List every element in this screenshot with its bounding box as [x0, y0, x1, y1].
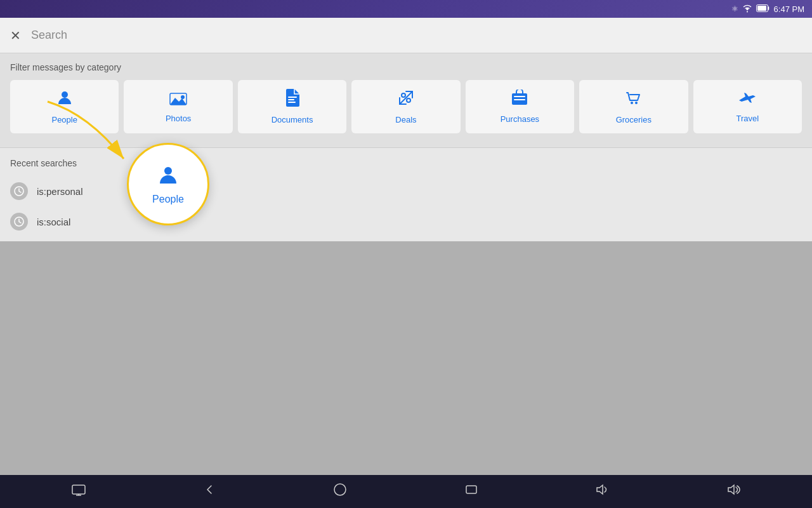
groceries-label: Groceries: [616, 115, 652, 124]
svg-point-6: [181, 95, 185, 99]
close-button[interactable]: ✕: [10, 28, 21, 43]
svg-point-11: [407, 98, 410, 102]
svg-point-10: [402, 93, 405, 97]
category-travel[interactable]: Travel: [693, 80, 802, 133]
svg-point-16: [631, 102, 633, 104]
category-people[interactable]: People: [10, 80, 119, 133]
people-label: People: [51, 115, 77, 124]
svg-point-17: [635, 102, 638, 104]
categories-row: People Photos: [10, 80, 802, 141]
nav-home-icon[interactable]: [333, 483, 347, 500]
people-tooltip-icon: [157, 163, 180, 191]
people-tooltip: People: [127, 143, 209, 225]
status-bar: ⚛ 6:47 PM: [0, 0, 812, 18]
bluetooth-icon: ⚛: [731, 4, 738, 13]
nav-recents-icon[interactable]: [465, 483, 478, 500]
travel-label: Travel: [736, 114, 759, 123]
status-time: 6:47 PM: [774, 4, 804, 14]
documents-icon: [285, 89, 299, 111]
recent-item-personal-text: is:personal: [37, 186, 83, 197]
search-label: Search: [31, 29, 67, 42]
purchases-icon: [511, 90, 528, 110]
clock-icon-social: [10, 213, 28, 231]
documents-label: Documents: [272, 115, 313, 124]
svg-rect-7: [288, 97, 297, 98]
svg-rect-2: [757, 6, 766, 11]
photos-label: Photos: [166, 114, 191, 123]
svg-point-0: [747, 11, 748, 12]
nav-back-icon[interactable]: [203, 483, 216, 500]
filter-label: Filter messages by category: [10, 62, 802, 72]
nav-screen-icon[interactable]: [72, 483, 86, 500]
svg-marker-5: [170, 98, 187, 105]
people-tooltip-label: People: [152, 194, 184, 205]
recent-item-social-text: is:social: [37, 217, 70, 227]
search-bar: ✕ Search: [0, 18, 812, 53]
deals-icon: [397, 89, 415, 111]
svg-point-22: [164, 167, 172, 175]
category-photos[interactable]: Photos: [124, 80, 232, 133]
category-purchases[interactable]: Purchases: [466, 80, 574, 133]
deals-label: Deals: [395, 115, 416, 124]
groceries-icon: [625, 89, 643, 111]
svg-point-24: [334, 484, 346, 495]
clock-icon-personal: [10, 182, 28, 200]
purchases-label: Purchases: [501, 114, 539, 124]
battery-icon: [756, 4, 770, 14]
svg-rect-23: [72, 485, 85, 494]
recent-searches-label: Recent searches: [10, 158, 802, 168]
svg-rect-9: [288, 102, 296, 103]
nav-bar: [0, 475, 812, 508]
wifi-icon: [742, 4, 752, 15]
photos-icon: [169, 90, 187, 110]
travel-icon: [738, 90, 757, 110]
svg-rect-15: [514, 99, 525, 100]
category-documents[interactable]: Documents: [238, 80, 346, 133]
svg-rect-8: [288, 99, 294, 100]
nav-volume-icon[interactable]: [595, 483, 609, 500]
people-icon: [56, 89, 74, 111]
recent-item-social[interactable]: is:social: [10, 206, 802, 237]
status-icons: ⚛ 6:47 PM: [731, 4, 804, 15]
svg-rect-25: [466, 486, 476, 493]
main-area: [0, 241, 812, 475]
svg-rect-14: [514, 96, 525, 97]
category-groceries[interactable]: Groceries: [579, 80, 688, 133]
nav-volume-up-icon[interactable]: [726, 483, 740, 500]
category-deals[interactable]: Deals: [351, 80, 460, 133]
svg-point-3: [62, 91, 68, 98]
filter-section: Filter messages by category People: [0, 53, 812, 147]
